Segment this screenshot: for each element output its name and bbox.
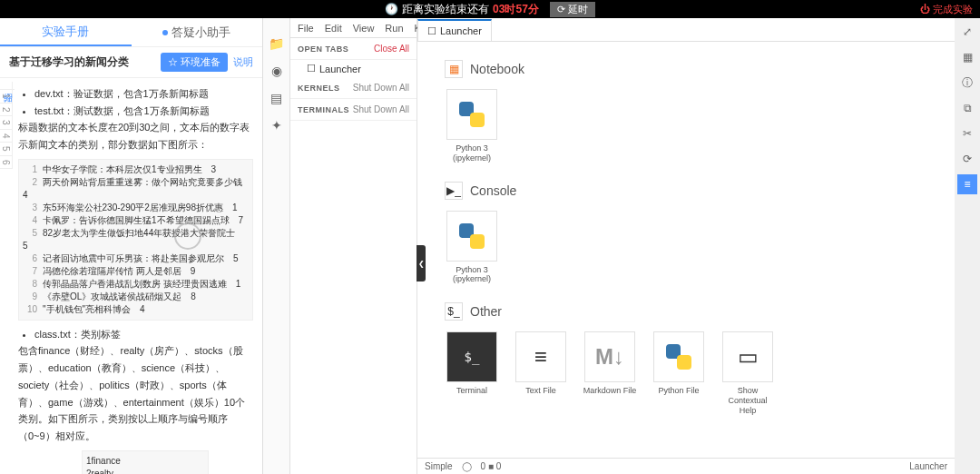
status-launcher: Launcher <box>909 461 947 471</box>
rail-6[interactable]: 6 <box>0 156 12 170</box>
timer-value: 03时57分 <box>493 2 539 17</box>
menu-file[interactable]: File <box>298 23 314 34</box>
other-icon: $_ <box>445 302 463 321</box>
shutdown-kernels-button[interactable]: Shut Down All <box>353 83 409 93</box>
rail-5[interactable]: 5 <box>0 143 12 156</box>
terminal-icon: $_ <box>446 331 497 382</box>
rail-3[interactable]: 3 <box>0 116 12 130</box>
close-all-button[interactable]: Close All <box>374 44 409 54</box>
jupyter-menubar: File Edit View Run Kernel Tabs Settings … <box>290 18 416 38</box>
finish-button[interactable]: ⏻ 完成实验 <box>920 3 973 16</box>
env-button[interactable]: ☆ 环境准备 <box>161 53 228 72</box>
running-icon[interactable]: ◉ <box>271 64 282 78</box>
paragraph: 包含finance（财经）、realty（房产）、stocks（股票）、educ… <box>18 342 253 444</box>
python-icon <box>653 331 704 382</box>
menu-edit[interactable]: Edit <box>325 23 342 34</box>
code-block-2: 1finance2realty3stocks4education5science… <box>82 450 209 474</box>
timer-prefix: 距离实验结束还有 <box>402 2 489 17</box>
dock-refresh-icon[interactable]: ⟳ <box>957 149 977 169</box>
shutdown-terminals-button[interactable]: Shut Down All <box>353 104 409 114</box>
kernels-header: KERNELS <box>298 84 340 93</box>
status-toggle[interactable]: ◯ <box>462 461 472 471</box>
card-markdown[interactable]: M↓Markdown File <box>583 331 637 415</box>
status-simple[interactable]: Simple <box>425 461 453 471</box>
tab-helper[interactable]: 答疑小助手 <box>132 18 263 46</box>
extensions-icon[interactable]: ✦ <box>271 118 282 133</box>
page-title: 基于迁移学习的新闻分类 <box>9 54 155 70</box>
bullet: dev.txt：验证数据，包含1万条新闻标题 <box>34 85 253 103</box>
python-icon <box>457 222 486 251</box>
bullet: test.txt：测试数据，包含1万条新闻标题 <box>34 103 253 120</box>
help-icon: ▭ <box>722 331 773 382</box>
launcher-icon: ☐ <box>307 63 316 74</box>
code-block-1: 1中华女子学院：本科层次仅1专业招男生 32两天价网站背后重重迷雾：做个网站究竟… <box>18 159 253 321</box>
card-console-python3[interactable]: Python 3 (ipykernel) <box>445 211 499 285</box>
tab-icon: ☐ <box>427 25 436 37</box>
dot-icon <box>162 30 168 35</box>
rail-4[interactable]: 4 <box>0 130 12 143</box>
card-contexthelp[interactable]: ▭Show Contextual Help <box>720 331 775 415</box>
textfile-icon: ≡ <box>515 331 566 382</box>
dock-list-icon[interactable]: ≡ <box>957 174 977 194</box>
dock-copy-icon[interactable]: ⧉ <box>957 98 977 118</box>
launcher-panel: ▦Notebook Python 3 (ipykernel) ▶_Console… <box>417 42 955 458</box>
card-terminal[interactable]: $_Terminal <box>445 331 499 415</box>
dock-info-icon[interactable]: ⓘ <box>957 73 977 93</box>
bullet: class.txt：类别标签 <box>34 326 253 343</box>
right-dock: ⤢ ▦ ⓘ ⧉ ✂ ⟳ ≡ <box>955 18 980 474</box>
python-icon <box>457 100 486 129</box>
card-textfile[interactable]: ≡Text File <box>514 331 568 415</box>
markdown-icon: M↓ <box>584 331 635 382</box>
terminals-header: TERMINALS <box>298 105 349 114</box>
menu-run[interactable]: Run <box>385 23 403 34</box>
section-notebook: Notebook <box>470 62 524 76</box>
tab-manual[interactable]: 实验手册 <box>0 18 132 46</box>
extend-button[interactable]: ⟳ 延时 <box>550 2 595 17</box>
open-tab-item[interactable]: ☐Launcher <box>290 60 416 77</box>
jupyter-activity-bar: 📁 ◉ ▤ ✦ <box>263 18 290 474</box>
dock-clip-icon[interactable]: ✂ <box>957 123 977 143</box>
card-notebook-python3[interactable]: Python 3 (ipykernel) <box>445 89 499 163</box>
section-console: Console <box>470 183 516 198</box>
folder-icon[interactable]: 📁 <box>269 36 284 51</box>
status-bar: Simple ◯ 0 ■ 0 Launcher <box>417 458 955 474</box>
clock-icon: 🕐 <box>385 3 398 15</box>
notebook-icon: ▦ <box>445 60 463 78</box>
rail-2[interactable]: 2 <box>0 104 12 117</box>
rail-1[interactable]: 1 <box>0 90 12 104</box>
section-other: Other <box>470 304 502 319</box>
manual-content: dev.txt：验证数据，包含1万条新闻标题 test.txt：测试数据，包含1… <box>0 78 262 474</box>
desc-link[interactable]: 说明 <box>233 55 253 69</box>
dock-expand-icon[interactable]: ⤢ <box>957 22 977 42</box>
rail-intro[interactable]: 介绍 <box>0 82 15 90</box>
tab-launcher[interactable]: ☐Launcher <box>417 19 492 41</box>
section-rail: 介绍 1 2 3 4 5 6 <box>0 82 13 169</box>
commands-icon[interactable]: ▤ <box>270 91 282 105</box>
paragraph: 标题数据的文本长度在20到30之间，文本后的数字表示新闻文本的类别，部分数据如下… <box>18 119 253 153</box>
open-tabs-header: OPEN TABS <box>298 44 348 54</box>
console-icon: ▶_ <box>445 182 463 200</box>
collapse-button[interactable]: ❮ <box>416 245 426 281</box>
card-pythonfile[interactable]: Python File <box>652 331 706 415</box>
dock-grid-icon[interactable]: ▦ <box>957 47 977 67</box>
menu-view[interactable]: View <box>353 23 375 34</box>
